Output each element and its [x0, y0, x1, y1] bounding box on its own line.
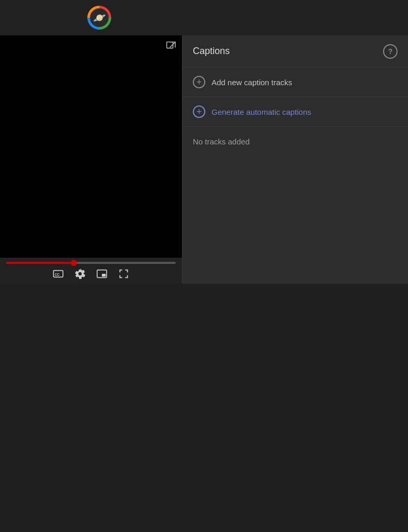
- external-link-icon[interactable]: [165, 41, 177, 55]
- captions-title: Captions: [193, 46, 230, 57]
- generate-caption-label: Generate automatic captions: [212, 108, 311, 116]
- add-caption-icon: +: [193, 76, 205, 88]
- no-tracks-message: No tracks added: [182, 127, 408, 156]
- generate-captions-button[interactable]: + Generate automatic captions: [182, 97, 408, 127]
- video-area: [0, 35, 182, 258]
- logo-area: 🪐: [8, 6, 190, 30]
- progress-bar-thumb: [71, 260, 77, 266]
- svg-rect-4: [102, 274, 106, 277]
- logo-inner: 🪐: [90, 8, 109, 27]
- settings-button[interactable]: [74, 268, 86, 280]
- miniplayer-button[interactable]: [96, 268, 108, 280]
- svg-text:CC: CC: [55, 273, 60, 276]
- youtube-logo: 🪐: [87, 6, 111, 30]
- help-icon[interactable]: ?: [383, 44, 398, 59]
- generate-caption-icon: +: [193, 105, 205, 118]
- add-caption-label: Add new caption tracks: [212, 78, 292, 87]
- fullscreen-button[interactable]: [118, 268, 129, 280]
- add-caption-tracks-button[interactable]: + Add new caption tracks: [182, 68, 408, 97]
- video-controls: CC: [0, 258, 182, 284]
- progress-bar-track[interactable]: [6, 262, 176, 264]
- progress-bar-container[interactable]: [0, 262, 182, 264]
- bottom-filler: [0, 284, 408, 532]
- video-panel: CC: [0, 35, 182, 284]
- controls-row: CC: [0, 267, 182, 281]
- top-bar: 🪐: [0, 0, 408, 35]
- captions-header: Captions ?: [182, 35, 408, 68]
- progress-bar-fill: [6, 262, 74, 264]
- main-content: CC: [0, 35, 408, 284]
- cc-button[interactable]: CC: [52, 268, 64, 280]
- captions-panel: Captions ? + Add new caption tracks + Ge…: [182, 35, 408, 284]
